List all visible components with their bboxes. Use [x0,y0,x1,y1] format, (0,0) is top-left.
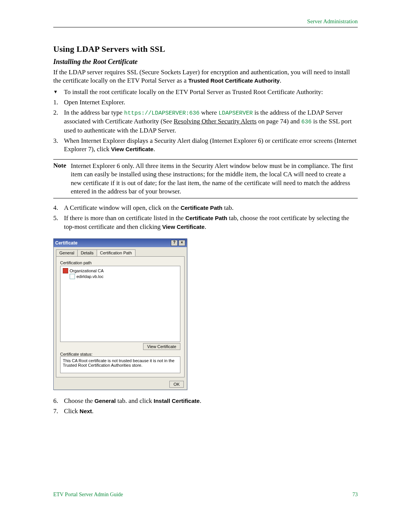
step-6-bold1: General [94,398,116,404]
step-5-marker: 5. [53,214,64,232]
view-certificate-button[interactable]: View Certificate [143,343,180,350]
cert-root-icon [63,268,68,273]
step-4-marker: 4. [53,204,64,212]
step-5-bold2: View Certificate [162,224,204,230]
step-3-text: When Internet Explorer displays a Securi… [64,137,358,154]
tree-root-label: Organizational CA [70,268,104,273]
step-5-a: If there is more than on certificate lis… [64,214,185,222]
header-running-head: Server Administration [53,18,358,27]
step-3-marker: 3. [53,137,64,154]
step-2-a: In the address bar type [64,109,124,116]
step-4-b: tab. [222,204,233,211]
note-body: Internet Explorer 6 only. All three item… [71,162,358,195]
step-6-marker: 6. [53,397,64,406]
note-block: Note Internet Explorer 6 only. All three… [53,159,358,198]
dialog-title-text: Certificate [55,240,78,246]
step-6-b: tab. and click [116,397,154,404]
help-button[interactable]: ? [171,240,178,246]
step-3-a: When Internet Explorer displays a Securi… [64,137,357,153]
footer-page-number: 73 [352,492,358,498]
step-4-a: A Certificate window will open, click on… [64,204,180,211]
dialog-tabs: General Details Certification Path [54,247,187,256]
step-7-text: Click Next. [64,407,358,416]
tab-details[interactable]: Details [77,249,97,256]
intro-paragraph: If the LDAP server requires SSL (Secure … [53,68,358,85]
step-6-a: Choose the [64,397,94,404]
dialog-titlebar: Certificate ? × [54,239,187,247]
step-6-c: . [200,397,201,404]
page-footer: ETV Portal Server Admin Guide 73 [53,492,358,498]
step-4-bold: Certificate Path [180,204,222,211]
subsection-title: Installing the Root Certificate [53,58,358,66]
tab-certification-path[interactable]: Certification Path [97,249,135,256]
footer-doc-title: ETV Portal Server Admin Guide [53,492,123,498]
step-5-text: If there is more than on certificate lis… [64,214,358,232]
step-7-marker: 7. [53,407,64,416]
step-1-text: Open Internet Explorer. [64,98,358,107]
step-5-bold1: Certificate Path [185,215,227,221]
ok-button[interactable]: OK [169,381,184,388]
procedure-list-a: ▼ To install the root certificate locall… [53,88,358,154]
step-2-d: on page 74) and [256,118,301,125]
certpath-group-label: Certification path [60,260,180,265]
step-6-bold2: Install Certificate [154,398,200,404]
step-4-text: A Certificate window will open, click on… [64,204,358,212]
step-5-c: . [205,223,206,230]
step-1-marker: 1. [53,98,64,107]
tree-root-row[interactable]: Organizational CA [63,268,178,273]
lead-marker: ▼ [53,88,64,97]
note-label: Note [53,162,71,195]
intro-bold: Trusted Root Certificate Authority [188,77,280,84]
step-7-bold: Next [80,408,92,414]
procedure-list-c: 6. Choose the General tab. and click Ins… [53,397,358,416]
step-2-link[interactable]: Resolving Other Security Alerts [174,118,256,125]
step-6-text: Choose the General tab. and click Instal… [64,397,358,406]
step-7-b: . [92,407,94,415]
section-title: Using LDAP Servers with SSL [53,44,358,54]
step-2-code2: LDAPSERVER [218,110,253,117]
cert-status-label: Certificate status: [60,352,180,356]
step-7-a: Click [64,407,80,415]
cert-child-icon [70,274,75,279]
tab-general[interactable]: General [56,249,78,256]
step-2-code3: 636 [301,119,312,125]
step-3-bold: View Certificate [111,146,153,152]
lead-text: To install the root certificate locally … [64,88,358,97]
step-2-b: where [199,109,218,116]
intro-text-c: . [280,77,281,84]
dialog-tabpanel: Certification path Organizational CA edi… [56,256,185,377]
step-2-text: In the address bar type https://LDAPSERV… [64,109,358,135]
certificate-dialog: Certificate ? × General Details Certific… [53,238,187,390]
close-button[interactable]: × [178,240,185,246]
certificate-dialog-screenshot: Certificate ? × General Details Certific… [53,238,358,390]
step-3-b: . [153,145,155,153]
procedure-list-b: 4. A Certificate window will open, click… [53,204,358,232]
cert-status-text: This CA Root certificate is not trusted … [60,356,180,373]
step-2-code1: https://LDAPSERVER:636 [124,110,199,117]
tree-child-row[interactable]: edirldap.vb.loc [63,274,178,279]
step-2-marker: 2. [53,109,64,135]
certpath-tree[interactable]: Organizational CA edirldap.vb.loc [60,266,180,342]
tree-child-label: edirldap.vb.loc [76,274,104,279]
